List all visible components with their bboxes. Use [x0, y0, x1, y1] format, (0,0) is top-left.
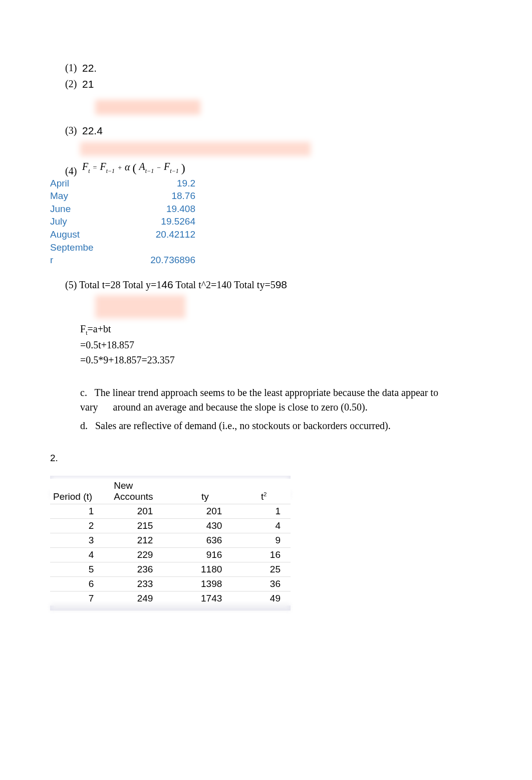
paragraph-c-line2: vary around an average and because the s… — [80, 400, 482, 415]
list-item-3: (3) 22.4 — [65, 123, 482, 139]
col-period: Period (t) — [50, 479, 109, 504]
paragraph-d: d. Sales are reflective of demand (i.e.,… — [80, 419, 482, 433]
table-cell: 636 — [173, 533, 237, 547]
item-val-3: 22.4 — [82, 123, 103, 139]
month-val: 20.736896 — [130, 254, 195, 267]
ft-equation-3: =0.5*9+18.857=23.357 — [80, 352, 482, 367]
table-cell: 1398 — [173, 576, 237, 591]
table-cell: 3 — [50, 533, 109, 547]
item-num-1: (1) — [65, 60, 82, 76]
col-ty: ty — [173, 479, 237, 504]
month-row-may: May 18.76 — [50, 189, 482, 203]
table-cell: 1 — [237, 504, 291, 518]
month-name-part1: Septembe — [50, 241, 130, 254]
month-name-part2: r — [50, 254, 130, 267]
blur-edge-bottom — [50, 604, 291, 611]
table-cell: 5 — [50, 562, 109, 576]
item-num-2: (2) — [65, 76, 82, 92]
col-new-accounts: NewAccounts — [109, 479, 173, 504]
para-d-body: Sales are reflective of demand (i.e., no… — [95, 420, 391, 431]
table-cell: 201 — [109, 504, 173, 518]
table-cell: 6 — [50, 576, 109, 591]
table-row: 32126369 — [50, 533, 291, 547]
table-header-row: Period (t) NewAccounts ty t2 — [50, 479, 291, 504]
table-row: 6233139836 — [50, 576, 291, 591]
para-d-label: d. — [80, 420, 88, 431]
para-c-rest: around an average and because the slope … — [113, 402, 368, 413]
ft-equation-2: =0.5t+18.857 — [80, 337, 482, 352]
month-val: 19.5264 — [130, 215, 195, 228]
list-item-4: (4) Ft = Ft−1 + α ( At−1 − Ft−1 ) — [65, 159, 482, 177]
month-row-june: June 19.408 — [50, 203, 482, 216]
table-row: 22154304 — [50, 518, 291, 533]
table-cell: 233 — [109, 576, 173, 591]
ft-equation-1: Ft=a+bt — [80, 321, 482, 337]
blurred-region-1 — [80, 95, 215, 120]
table-cell: 916 — [173, 547, 237, 562]
question-2-label: 2. — [50, 451, 482, 466]
item-num-5: (5) — [65, 279, 77, 290]
month-name: August — [50, 228, 130, 241]
table-cell: 229 — [109, 547, 173, 562]
month-row-september-1: Septembe — [50, 241, 482, 254]
month-val: 19.2 — [130, 177, 195, 190]
month-name: June — [50, 203, 130, 216]
paragraph-c: c. The linear trend approach seems to be… — [80, 385, 482, 400]
para-c-line1: The linear trend approach seems to be th… — [95, 387, 438, 398]
accounts-table-wrap: Period (t) NewAccounts ty t2 12012011221… — [50, 476, 291, 611]
exponential-smoothing-formula: Ft = Ft−1 + α ( At−1 − Ft−1 ) — [82, 159, 185, 177]
month-row-july: July 19.5264 — [50, 215, 482, 228]
month-val: 20.42112 — [130, 228, 195, 241]
table-cell: 430 — [173, 518, 237, 533]
table-cell: 236 — [109, 562, 173, 576]
table-cell: 16 — [237, 547, 291, 562]
table-row: 5236118025 — [50, 562, 291, 576]
para-c-label: c. — [80, 387, 87, 398]
month-row-august: August 20.42112 — [50, 228, 482, 241]
list-item-1: (1) 22. — [65, 60, 482, 76]
item-val-2: 21 — [82, 76, 94, 92]
table-cell: 4 — [50, 547, 109, 562]
col-t2: t2 — [237, 479, 291, 504]
page-content: (1) 22. (2) 21 (3) 22.4 (4) Ft = Ft−1 + … — [50, 60, 482, 611]
table-cell: 212 — [109, 533, 173, 547]
table-cell: 4 — [237, 518, 291, 533]
item-num-3: (3) — [65, 123, 82, 139]
item-val-1: 22. — [82, 60, 97, 76]
table-row: 422991616 — [50, 547, 291, 562]
table-cell: 201 — [173, 504, 237, 518]
month-name: May — [50, 189, 130, 203]
month-val: 19.408 — [130, 203, 195, 216]
table-cell: 25 — [237, 562, 291, 576]
list-item-2: (2) 21 — [65, 76, 482, 92]
table-cell: 9 — [237, 533, 291, 547]
blurred-region-3 — [95, 295, 185, 318]
month-val: 18.76 — [130, 189, 195, 203]
list-item-5: (5) Total t=28 Total y=146 Total t^2=140… — [65, 277, 482, 293]
item5-text: Total t=28 Total y=146 Total t^2=140 Tot… — [79, 279, 287, 290]
table-cell: 36 — [237, 576, 291, 591]
month-row-september-2: r 20.736896 — [50, 254, 482, 267]
month-name: July — [50, 215, 130, 228]
item-num-4: (4) — [65, 163, 82, 178]
para-c-vary: vary — [80, 402, 98, 413]
table-cell: 1180 — [173, 562, 237, 576]
accounts-table: Period (t) NewAccounts ty t2 12012011221… — [50, 479, 291, 606]
table-row: 12012011 — [50, 504, 291, 518]
blurred-region-2 — [80, 142, 311, 156]
month-name: April — [50, 177, 130, 190]
table-cell: 1 — [50, 504, 109, 518]
table-cell: 215 — [109, 518, 173, 533]
table-cell: 2 — [50, 518, 109, 533]
month-row-april: April 19.2 — [50, 177, 482, 190]
